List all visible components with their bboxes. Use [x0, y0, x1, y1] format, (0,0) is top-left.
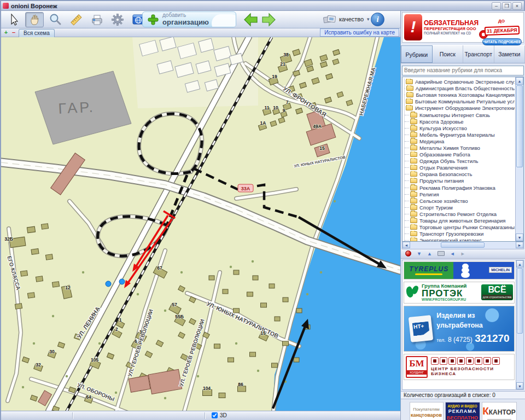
pan-tool-button[interactable] [25, 12, 44, 27]
back-button[interactable] [242, 12, 260, 27]
quality-label: качество [339, 16, 364, 22]
maximize-button[interactable]: ❒ [502, 2, 511, 10]
ultrabeton-ad[interactable]: НТ+ Изделия из ультрабетона тел. 8 (4725… [404, 306, 515, 352]
rubric-item[interactable]: Продукты питания [405, 178, 515, 184]
rubric-item[interactable]: Охрана Безопасность [405, 171, 515, 178]
rubric-item[interactable]: Отдых Развлечения [405, 165, 515, 171]
rubric-item[interactable]: Металлы Химия Топливо [405, 144, 515, 151]
move-down-button[interactable]: ▼ [417, 251, 422, 256]
minimize-button[interactable]: – [492, 2, 501, 10]
audio-video-ad[interactable]: АУДИО И ВИДЕО РЕКЛАМА БЕСПЛАТНО [445, 402, 480, 420]
rubric-item[interactable]: Администрация Власть Общественность [405, 85, 515, 92]
folder-icon [410, 205, 417, 210]
rubric-label: Бытовая техника Хозтовары Канцелярия [416, 92, 515, 98]
ads-scroll-up-icon[interactable]: ▲ [516, 260, 523, 267]
sidebar-tab-2[interactable]: Транспорт [463, 45, 494, 63]
title-bar[interactable]: onioni Воронеж – ❒ × [1, 1, 524, 11]
tyreplus-michelin-ad[interactable]: TYREPLUS MICHELIN [404, 261, 515, 279]
print-list-button[interactable] [438, 251, 445, 256]
tab-whole-scheme[interactable]: Вся схема [19, 29, 55, 37]
zoom-tool-button[interactable] [46, 12, 65, 27]
settings-button[interactable] [108, 12, 127, 27]
map-viewport[interactable]: 33А ГАР. УЛ. ФРОНТОВАЯНАБЕРЕЖНАЯ МАУЛ. Ю… [1, 37, 400, 411]
rubric-item[interactable]: Культура Искусство [405, 125, 515, 131]
kantor-ad[interactable]: ККАНТОР [482, 402, 517, 420]
rubric-item[interactable]: Спорт Туризм [405, 204, 515, 211]
rubric-item[interactable]: Аварийные Справочные Экстренные службы [405, 79, 515, 85]
kanc-ad[interactable]: Покупателям канцтоваров [410, 402, 444, 420]
rubric-item[interactable]: Строительство Ремонт Отделка [405, 211, 515, 217]
rubric-item[interactable]: Компьютеры Интернет Связь [405, 112, 515, 118]
rubric-search-input[interactable] [402, 66, 524, 75]
rubric-vscrollbar[interactable]: ▲ ▼ [515, 77, 523, 241]
next-button[interactable]: ► [460, 251, 465, 256]
rubric-hscrollbar[interactable]: ◄ ► [402, 242, 524, 249]
prev-button[interactable]: ◄ [450, 251, 455, 256]
remove-scheme-button[interactable]: – [10, 30, 17, 36]
rubric-item[interactable]: Сельское хозяйство [405, 197, 515, 204]
rubric-item[interactable]: Мебель Фурнитура Материалы [405, 131, 515, 138]
map-tree [252, 260, 254, 262]
add-organization-button[interactable]: добавить организацию [142, 11, 236, 27]
quality-dropdown[interactable]: качество ▼ [323, 13, 370, 26]
sidebar-tab-1[interactable]: Поиск [433, 45, 464, 63]
print-button[interactable] [88, 12, 106, 27]
map-marker-dot[interactable] [119, 279, 125, 284]
sidebar-tab-3[interactable]: Заметки [494, 45, 525, 63]
move-up-button[interactable]: ▲ [427, 251, 432, 256]
rubric-item[interactable]: Инструмент Оборудование Электротехника [405, 105, 515, 112]
rubric-item[interactable]: Религия [405, 191, 515, 197]
rubric-item[interactable]: Энергетический комплекс [405, 237, 515, 242]
folder-icon [410, 231, 417, 236]
rubric-item[interactable]: Транспорт Грузоперевозки [405, 231, 515, 237]
rubric-label: Одежда Обувь Текстиль [419, 158, 478, 164]
ads-scroll-down-icon[interactable]: ▼ [516, 382, 523, 389]
list-mini-toolbar: ▼ ▲ ◄ ► [401, 249, 525, 259]
map-building [253, 276, 258, 280]
top-ad-banner[interactable]: ! ОБЯЗАТЕЛЬНАЯ ПЕРЕРЕГИСТРАЦИЯ ООО ПОЛНЫ… [402, 12, 524, 43]
folder-icon [410, 185, 417, 190]
rubric-item[interactable]: Торговые центры Рынки Спецмагазины [405, 224, 515, 231]
rubric-item[interactable]: Товары для животных Ветеринария [405, 217, 515, 224]
rubric-item[interactable]: Красота Здоровье [405, 118, 515, 125]
stop-button[interactable] [405, 250, 411, 256]
tyreplus-swoosh [415, 273, 442, 275]
add-scheme-button[interactable]: + [3, 30, 9, 36]
scroll-left-icon[interactable]: ◄ [402, 242, 410, 248]
rubric-item[interactable]: Образование Работа [405, 151, 515, 158]
ads-vscroll-thumb[interactable] [517, 268, 523, 334]
map-canvas[interactable]: 33А ГАР. УЛ. ФРОНТОВАЯНАБЕРЕЖНАЯ МАУЛ. Ю… [1, 37, 400, 411]
tree-tick [405, 201, 409, 201]
map-tree [235, 342, 237, 345]
bm-holding-ad[interactable]: БМ ХОЛДИНГ ЦЕНТР БЕЗОПАСНОСТИ БИЗНЕСА [404, 354, 515, 380]
rubric-item[interactable]: Бытовая техника Хозтовары Канцелярия [405, 92, 515, 98]
view-3d-checkbox[interactable] [212, 412, 218, 418]
rubric-label: Администрация Власть Общественность [416, 85, 515, 91]
map-marker-dot[interactable] [106, 281, 111, 287]
read-more-button[interactable]: ЧИТАТЬ ПОДРОБНЕЕ [482, 38, 522, 45]
info-button[interactable]: i [371, 13, 384, 26]
map-building [228, 358, 234, 362]
protek-ad[interactable]: Группа Компаний ПРОТЭК WWW.PROTECGROUP.R… [404, 282, 515, 304]
rubric-item[interactable]: Одежда Обувь Текстиль [405, 158, 515, 165]
status-bar: 3D [1, 411, 400, 420]
vscroll-thumb[interactable] [516, 85, 523, 167]
rubric-item[interactable]: Реклама Полиграфия Упаковка [405, 184, 515, 191]
ads-vscrollbar[interactable]: ▲ ▼ [516, 260, 523, 389]
plus-icon [147, 14, 159, 26]
scroll-right-icon[interactable]: ► [516, 242, 523, 248]
select-tool-button[interactable] [4, 12, 23, 27]
sidebar-tab-0[interactable]: Рубрики [401, 45, 433, 63]
measure-tool-button[interactable] [67, 12, 85, 27]
forward-button[interactable] [259, 12, 278, 27]
view-3d-toggle[interactable]: 3D [212, 412, 227, 418]
close-button[interactable]: × [512, 2, 522, 10]
back-arrow-icon [243, 13, 259, 27]
map-building [283, 298, 288, 302]
rubric-item[interactable]: Медицина [405, 138, 515, 144]
rubric-item[interactable]: Бытовые Коммунальные Ритуальные услуги [405, 98, 515, 105]
hscroll-thumb[interactable] [441, 242, 485, 248]
fix-map-error-link[interactable]: Исправить ошибку на карте [320, 28, 399, 37]
scroll-up-icon[interactable]: ▲ [516, 77, 523, 85]
scroll-down-icon[interactable]: ▼ [516, 234, 523, 241]
